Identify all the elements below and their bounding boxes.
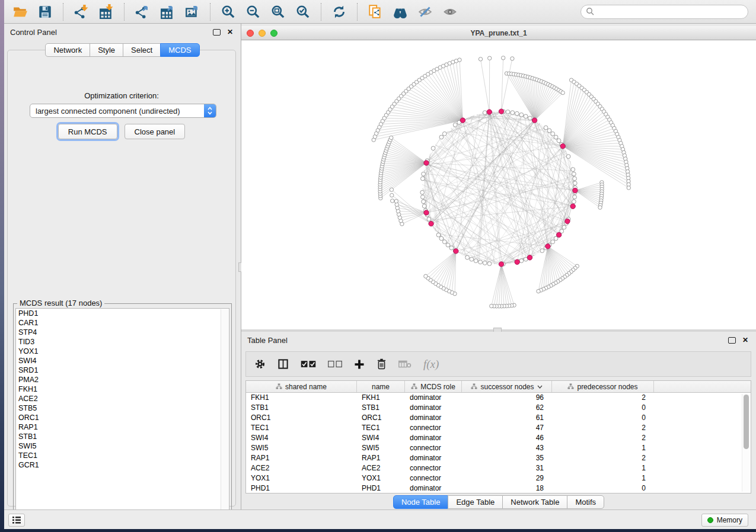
import-table-button[interactable] bbox=[95, 2, 117, 21]
network-node[interactable] bbox=[506, 110, 510, 114]
network-dominator-node[interactable] bbox=[424, 210, 429, 215]
network-leaf-node[interactable] bbox=[561, 91, 564, 94]
network-node[interactable] bbox=[427, 217, 431, 222]
network-dominator-node[interactable] bbox=[499, 109, 503, 114]
network-leaf-node[interactable] bbox=[598, 206, 602, 209]
save-button[interactable] bbox=[34, 2, 56, 21]
network-node[interactable] bbox=[554, 135, 558, 139]
network-node[interactable] bbox=[453, 123, 457, 127]
network-node[interactable] bbox=[439, 135, 444, 139]
network-node[interactable] bbox=[422, 200, 426, 204]
column-header-successor-nodes[interactable]: successor nodes bbox=[462, 381, 552, 392]
table-tab-node-table[interactable]: Node Table bbox=[393, 495, 449, 509]
network-dominator-node[interactable] bbox=[499, 262, 503, 267]
mcds-result-item[interactable]: ORC1 bbox=[16, 413, 229, 422]
network-node[interactable] bbox=[446, 243, 450, 247]
network-node[interactable] bbox=[515, 111, 519, 116]
mcds-result-item[interactable]: RAP1 bbox=[16, 422, 229, 432]
table-panel-float-button[interactable] bbox=[727, 335, 736, 345]
network-node[interactable] bbox=[566, 155, 570, 159]
network-node[interactable] bbox=[511, 111, 515, 115]
network-leaf-node[interactable] bbox=[390, 136, 393, 139]
network-node[interactable] bbox=[421, 177, 425, 181]
zoom-selected-button[interactable] bbox=[292, 2, 314, 21]
network-dominator-node[interactable] bbox=[565, 219, 570, 223]
network-node[interactable] bbox=[422, 172, 426, 176]
network-node[interactable] bbox=[420, 190, 425, 194]
tab-mcds[interactable]: MCDS bbox=[160, 43, 199, 57]
tab-network[interactable]: Network bbox=[45, 43, 90, 57]
table-row[interactable]: SWI4SWI4dominator462 bbox=[246, 433, 751, 443]
share-document-button[interactable] bbox=[365, 2, 386, 21]
hide-eye-button[interactable] bbox=[414, 2, 436, 21]
network-node[interactable] bbox=[540, 249, 544, 253]
table-row[interactable]: STB1STB1dominator620 bbox=[246, 403, 751, 413]
network-dominator-node[interactable] bbox=[560, 144, 565, 149]
network-leaf-node[interactable] bbox=[488, 56, 492, 60]
network-node[interactable] bbox=[562, 225, 566, 229]
network-dominator-node[interactable] bbox=[532, 118, 537, 123]
mcds-result-item[interactable]: GCR1 bbox=[16, 460, 229, 470]
column-header-MCDS-role[interactable]: MCDS role bbox=[405, 381, 462, 392]
network-node[interactable] bbox=[571, 168, 575, 172]
network-node[interactable] bbox=[465, 255, 470, 259]
select-all-icon[interactable] bbox=[301, 357, 316, 372]
mcds-result-item[interactable]: CAR1 bbox=[16, 318, 229, 328]
zoom-fit-button[interactable] bbox=[267, 2, 289, 21]
network-node[interactable] bbox=[524, 114, 528, 118]
network-leaf-node[interactable] bbox=[390, 188, 393, 191]
close-panel-button[interactable]: Close panel bbox=[125, 124, 186, 139]
network-leaf-node[interactable] bbox=[502, 56, 505, 60]
network-node[interactable] bbox=[551, 132, 555, 136]
table-row[interactable]: FKH1FKH1dominator962 bbox=[246, 393, 751, 403]
network-leaf-node[interactable] bbox=[511, 57, 514, 60]
network-node[interactable] bbox=[421, 195, 425, 199]
network-node[interactable] bbox=[442, 240, 446, 244]
refresh-button[interactable] bbox=[328, 2, 350, 21]
network-leaf-node[interactable] bbox=[391, 199, 394, 203]
network-dominator-node[interactable] bbox=[487, 110, 492, 114]
table-row[interactable]: PHD1PHD1dominator180 bbox=[246, 483, 751, 493]
open-folder-button[interactable] bbox=[9, 2, 31, 21]
mcds-result-item[interactable]: TEC1 bbox=[16, 451, 229, 460]
network-node[interactable] bbox=[479, 260, 483, 264]
mcds-result-item[interactable]: SRD1 bbox=[16, 366, 229, 375]
mcds-list-scrollbar[interactable] bbox=[221, 309, 228, 519]
column-header-predecessor-nodes[interactable]: predecessor nodes bbox=[552, 381, 654, 392]
network-leaf-node[interactable] bbox=[390, 193, 394, 197]
table-tab-edge-table[interactable]: Edge Table bbox=[448, 495, 503, 509]
export-network-button[interactable] bbox=[132, 2, 153, 21]
network-leaf-node[interactable] bbox=[424, 274, 428, 278]
control-panel-close-button[interactable]: ✕ bbox=[225, 27, 235, 37]
network-node[interactable] bbox=[551, 240, 555, 244]
export-table-button[interactable] bbox=[157, 2, 178, 21]
zoom-in-button[interactable] bbox=[218, 2, 239, 21]
network-node[interactable] bbox=[442, 132, 446, 136]
delete-row-icon[interactable] bbox=[377, 357, 387, 372]
mcds-result-item[interactable]: STB1 bbox=[16, 432, 229, 441]
network-dominator-node[interactable] bbox=[570, 204, 575, 209]
memory-button[interactable]: Memory bbox=[701, 514, 748, 527]
network-dominator-node[interactable] bbox=[515, 259, 519, 264]
network-node[interactable] bbox=[439, 236, 444, 241]
network-dominator-node[interactable] bbox=[454, 249, 458, 254]
network-dominator-node[interactable] bbox=[460, 118, 465, 123]
mcds-result-item[interactable]: STB5 bbox=[16, 403, 229, 413]
show-eye-button[interactable] bbox=[439, 2, 461, 21]
deselect-all-icon[interactable] bbox=[328, 357, 342, 372]
column-header-shared-name[interactable]: shared name bbox=[246, 381, 357, 392]
mcds-result-item[interactable]: TID3 bbox=[16, 337, 229, 347]
network-dominator-node[interactable] bbox=[429, 221, 433, 226]
table-tab-network-table[interactable]: Network Table bbox=[502, 495, 567, 509]
gear-icon[interactable] bbox=[254, 357, 266, 372]
network-leaf-node[interactable] bbox=[490, 304, 493, 307]
node-table[interactable]: shared namenameMCDS rolesuccessor nodesp… bbox=[245, 380, 751, 493]
mcds-result-item[interactable]: SWI5 bbox=[16, 441, 229, 451]
network-node[interactable] bbox=[449, 246, 454, 250]
network-node[interactable] bbox=[422, 204, 426, 209]
mcds-result-item[interactable]: SWI4 bbox=[16, 356, 229, 366]
columns-icon[interactable] bbox=[277, 357, 289, 372]
network-node[interactable] bbox=[436, 233, 441, 237]
network-node[interactable] bbox=[519, 113, 524, 117]
network-window-titlebar[interactable]: YPA_prune.txt_1 bbox=[241, 26, 756, 40]
